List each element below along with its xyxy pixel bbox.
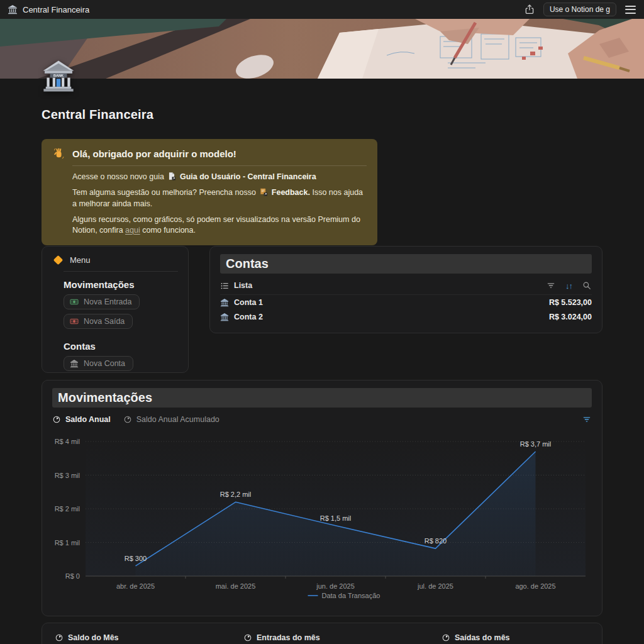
svg-text:R$ 1 mil: R$ 1 mil [55,539,80,547]
contas-card: Contas Lista ↓↑ Conta 1 R$ 5.523,00 Cont… [209,246,602,333]
svg-text:R$ 0: R$ 0 [65,572,80,580]
diamond-icon [53,255,64,265]
chart-tabs: Saldo Anual Saldo Anual Acumulado [52,411,592,428]
movimentacoes-card: Movimentações Saldo Anual Saldo Anual Ac… [42,380,602,616]
tab-saldo-do-mes[interactable]: Saldo do Mês [55,633,119,642]
svg-text:BANK: BANK [53,74,64,77]
cover-image [0,19,644,79]
menu-section-movimentacoes: Movimentações [64,279,178,290]
bank-icon [220,313,229,321]
saldo-anual-chart: R$ 4 milR$ 3 milR$ 2 milR$ 1 milR$ 0abr.… [52,433,592,604]
movimentacoes-title: Movimentações [52,388,592,408]
conta-row-2[interactable]: Conta 2 R$ 3.024,00 [220,309,592,324]
svg-text:R$ 1,5 mil: R$ 1,5 mil [320,514,352,522]
svg-text:mai. de 2025: mai. de 2025 [216,582,256,590]
nova-saida-button[interactable]: Nova Saída [64,314,133,329]
menu-toggle[interactable]: Menu [53,255,178,265]
wave-icon [52,147,65,160]
menu-card: Menu Movimentações Nova Entrada Nova Saí… [42,246,189,373]
svg-text:R$ 3 mil: R$ 3 mil [55,472,80,479]
divider [64,271,178,272]
banknote-red-icon [70,317,79,326]
aqui-link[interactable]: aqui [125,226,140,235]
filter-icon[interactable] [546,280,556,291]
svg-text:jun. de 2025: jun. de 2025 [316,582,355,590]
clock-icon [243,633,252,642]
welcome-callout: Olá, obrigado por adquirir o modelo! Ace… [42,139,377,245]
bank-icon [8,4,18,14]
conta-value: R$ 3.024,00 [549,313,592,321]
clock-icon [441,633,450,642]
use-notion-button[interactable]: Use o Notion de g [543,3,616,16]
menu-section-contas: Contas [64,341,178,352]
banknote-green-icon [70,297,79,306]
clock-icon [123,415,132,424]
conta-name: Conta 2 [234,313,263,321]
sort-icon[interactable]: ↓↑ [565,281,572,291]
svg-text:R$ 3,7 mil: R$ 3,7 mil [520,440,552,448]
tab-saldo-anual[interactable]: Saldo Anual [52,415,111,424]
tab-lista[interactable]: Lista [220,281,252,291]
page-title: Central Financeira [42,108,153,122]
nova-entrada-button[interactable]: Nova Entrada [64,294,140,309]
tab-entradas-do-mes[interactable]: Entradas do mês [243,633,320,642]
doc-link-icon [167,172,176,180]
saldo-anual-chart-svg: R$ 4 milR$ 3 milR$ 2 milR$ 1 milR$ 0abr.… [52,433,592,604]
svg-text:ago. de 2025: ago. de 2025 [515,582,555,590]
callout-line-premium: Alguns recursos, como gráficos, só podem… [72,214,367,236]
menu-icon[interactable] [625,4,636,16]
top-bar: Central Financeira Use o Notion de g [0,0,644,19]
callout-line-guide: Acesse o nosso novo guia Guia do Usuário… [72,172,367,182]
svg-text:R$ 4 mil: R$ 4 mil [55,438,80,445]
svg-text:R$ 300: R$ 300 [125,555,147,562]
nova-conta-button[interactable]: Nova Conta [64,356,133,371]
svg-text:R$ 2,2 mil: R$ 2,2 mil [220,491,252,498]
tab-saidas-do-mes[interactable]: Saídas do mês [441,633,510,642]
svg-text:R$ 2 mil: R$ 2 mil [55,505,80,513]
bank-icon [220,298,229,307]
breadcrumb[interactable]: Central Financeira [8,4,89,14]
conta-row-1[interactable]: Conta 1 R$ 5.523,00 [220,295,592,309]
guide-link[interactable]: Guia do Usuário - Central Financeira [180,172,316,181]
callout-title: Olá, obrigado por adquirir o modelo! [72,148,236,159]
feedback-link-icon [259,187,268,196]
clock-icon [55,633,64,642]
clock-icon [52,415,61,424]
svg-text:jul. de 2025: jul. de 2025 [417,582,453,590]
callout-line-feedback: Tem alguma sugestão ou melhoria? Preench… [72,187,367,209]
monthly-charts-card: Saldo do Mês Entradas do mês Saídas do m… [42,623,602,644]
search-icon[interactable] [582,280,592,291]
svg-text:R$ 820: R$ 820 [425,537,447,545]
bank-icon [70,359,79,368]
menu-label: Menu [70,255,91,265]
feedback-link[interactable]: Feedback. [272,188,310,197]
topbar-title: Central Financeira [23,5,89,14]
svg-text:abr. de 2025: abr. de 2025 [116,582,155,590]
contas-view-tabs: Lista ↓↑ [220,277,592,295]
bullet-list-icon [220,281,230,291]
svg-text:Data da Transação: Data da Transação [322,592,380,599]
page-icon-bank[interactable]: BANK [42,59,75,93]
contas-title: Contas [220,254,592,274]
tab-saldo-anual-acumulado[interactable]: Saldo Anual Acumulado [123,415,219,424]
filter-icon-blue[interactable] [582,414,592,425]
divider [72,165,367,166]
share-icon[interactable] [524,4,535,15]
conta-name: Conta 1 [234,298,263,307]
conta-value: R$ 5.523,00 [549,298,592,307]
